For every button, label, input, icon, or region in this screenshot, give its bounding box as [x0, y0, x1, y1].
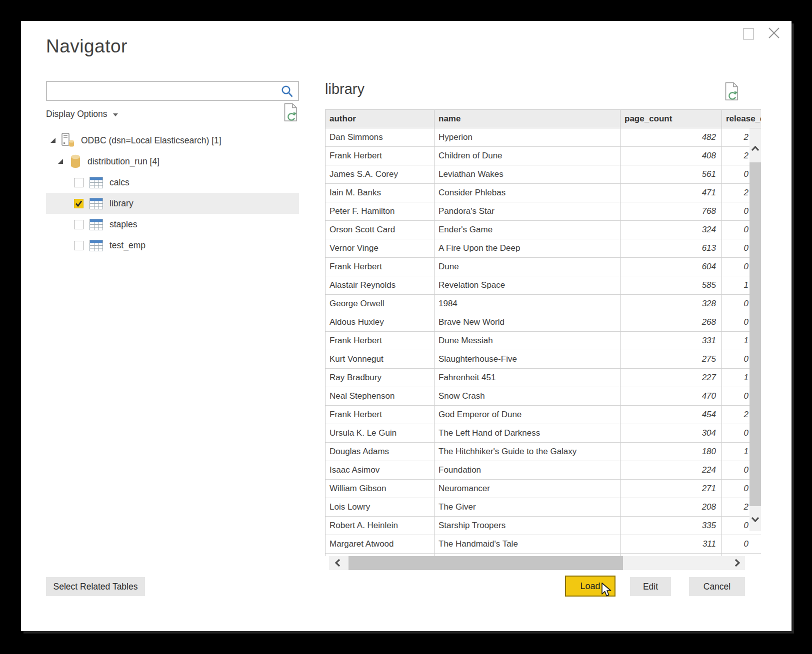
tree-item-label: distribution_run [4] — [88, 156, 160, 167]
cell-author: Frank Herbert — [326, 258, 434, 276]
cell-author: James S.A. Corey — [326, 165, 434, 184]
cell-page-count: 604 — [620, 258, 722, 276]
cell-name: Consider Phlebas — [434, 184, 620, 202]
preview-refresh-button[interactable] — [724, 82, 739, 103]
display-options-label: Display Options — [46, 109, 108, 119]
horizontal-scroll-thumb[interactable] — [348, 556, 623, 570]
table-row: Neal StephensonSnow Crash4700 — [326, 387, 761, 406]
cell-name: Foundation — [434, 461, 620, 480]
restore-button[interactable] — [743, 28, 754, 39]
cancel-button[interactable]: Cancel — [689, 577, 745, 596]
tree-item-library[interactable]: library — [46, 193, 299, 214]
cell-name: Dune — [434, 258, 620, 276]
cell-name: Children of Dune — [434, 147, 620, 165]
table-row: Frank HerbertChildren of Dune4082 — [326, 147, 761, 165]
table-row: Peter F. HamiltonPandora's Star7680 — [326, 202, 761, 221]
table-row: Douglas AdamsThe Hitchhiker's Guide to t… — [326, 443, 761, 461]
load-button[interactable]: Load — [565, 576, 616, 597]
expander-icon[interactable] — [58, 159, 63, 164]
cell-author: Neal Stephenson — [326, 387, 434, 406]
display-options-dropdown[interactable]: Display Options — [46, 109, 118, 119]
table-icon — [90, 240, 103, 251]
table-row: Aldous HuxleyBrave New World2680 — [326, 313, 761, 332]
tree-item-odbc-source[interactable]: ODBC (dsn=Local Elasticsearch) [1] — [46, 130, 299, 151]
table-icon — [90, 198, 103, 209]
cell-name: Revelation Space — [434, 276, 620, 295]
cell-author: Orson Scott Card — [326, 221, 434, 239]
select-related-tables-button[interactable]: Select Related Tables — [46, 577, 145, 596]
expander-icon[interactable] — [50, 138, 56, 143]
cell-name: Fahrenheit 451 — [434, 369, 620, 387]
vertical-scrollbar[interactable] — [750, 128, 761, 531]
cell-author: Frank Herbert — [326, 332, 434, 350]
tree-item-test_emp[interactable]: test_emp — [46, 235, 299, 256]
cell-author: Isaac Asimov — [326, 461, 434, 480]
cell-page-count: 268 — [620, 313, 722, 332]
refresh-button[interactable] — [283, 103, 298, 124]
tree-item-label: calcs — [110, 177, 130, 188]
cell-author: Vernor Vinge — [326, 239, 434, 258]
cell-release-date: 0 — [722, 535, 761, 554]
table-row: Frank HerbertDune Messiah3311 — [326, 332, 761, 350]
cell-page-count: 224 — [620, 461, 722, 480]
edit-button[interactable]: Edit — [630, 577, 671, 596]
checkbox-calcs[interactable] — [74, 178, 84, 187]
close-icon — [767, 26, 781, 40]
cell-author: Ursula K. Le Guin — [326, 424, 434, 443]
column-header-author: author — [326, 110, 434, 128]
cell-author: Aldous Huxley — [326, 313, 434, 332]
cell-author: Peter F. Hamilton — [326, 202, 434, 221]
cell-name: Neuromancer — [434, 480, 620, 498]
cell-name: God Emperor of Dune — [434, 406, 620, 424]
cell-author: Margaret Atwood — [326, 535, 434, 554]
cell-name: The Left Hand of Darkness — [434, 424, 620, 443]
column-header-page-count: page_count — [620, 110, 722, 128]
cell-author: Alastair Reynolds — [326, 276, 434, 295]
checkbox-library[interactable] — [74, 199, 84, 208]
horizontal-scrollbar[interactable] — [329, 556, 745, 570]
tree-item-label: staples — [110, 219, 137, 230]
preview-table: author name page_count release_d Dan Sim… — [325, 109, 761, 556]
table-icon — [90, 177, 103, 188]
search-input[interactable] — [47, 82, 298, 100]
table-row: Frank HerbertDune6040 — [326, 258, 761, 276]
checkbox-staples[interactable] — [74, 220, 84, 229]
scroll-right-button[interactable] — [734, 559, 740, 569]
cell-page-count: 324 — [620, 221, 722, 239]
cell-author: Lois Lowry — [326, 498, 434, 517]
cell-name: The Giver — [434, 498, 620, 517]
scroll-left-button[interactable] — [335, 559, 340, 569]
cell-page-count: 470 — [620, 387, 722, 406]
cell-page-count: 561 — [620, 165, 722, 184]
tree-item-staples[interactable]: staples — [46, 214, 299, 235]
cell-name: Snow Crash — [434, 387, 620, 406]
cell-author: Frank Herbert — [326, 406, 434, 424]
cell-page-count: 408 — [620, 147, 722, 165]
checkbox-test_emp[interactable] — [74, 241, 84, 250]
tree-item-label: library — [110, 198, 134, 209]
scroll-down-button[interactable] — [751, 515, 760, 524]
page-title: Navigator — [46, 36, 128, 57]
table-row: Dan SimmonsHyperion4822 — [326, 128, 761, 147]
tree-item-calcs[interactable]: calcs — [46, 172, 299, 193]
cell-author: Ray Bradbury — [326, 369, 434, 387]
cell-name: Starship Troopers — [434, 517, 620, 535]
cell-page-count: 271 — [620, 480, 722, 498]
cell-name: The Handmaid's Tale — [434, 535, 620, 554]
table-row: James S.A. CoreyLeviathan Wakes5610 — [326, 165, 761, 184]
search-icon[interactable] — [280, 84, 294, 100]
checkmark-icon — [75, 200, 82, 207]
navigator-dialog: Navigator Display Options — [21, 21, 792, 631]
close-button[interactable] — [767, 26, 781, 40]
table-row: Ursula K. Le GuinThe Left Hand of Darkne… — [326, 424, 761, 443]
scroll-up-button[interactable] — [751, 144, 760, 153]
tree-children: calcslibrarystaplestest_emp — [46, 172, 299, 256]
vertical-scroll-thumb[interactable] — [750, 162, 761, 506]
cell-page-count: 482 — [620, 128, 722, 147]
cell-page-count: 328 — [620, 295, 722, 313]
table-header-row: author name page_count release_d — [326, 110, 761, 128]
screen: { "window": { "title": "Navigator" }, "l… — [0, 0, 812, 654]
cell-author: Douglas Adams — [326, 443, 434, 461]
tree-item-label: ODBC (dsn=Local Elasticsearch) [1] — [81, 135, 222, 146]
tree-item-database[interactable]: distribution_run [4] — [46, 151, 299, 172]
